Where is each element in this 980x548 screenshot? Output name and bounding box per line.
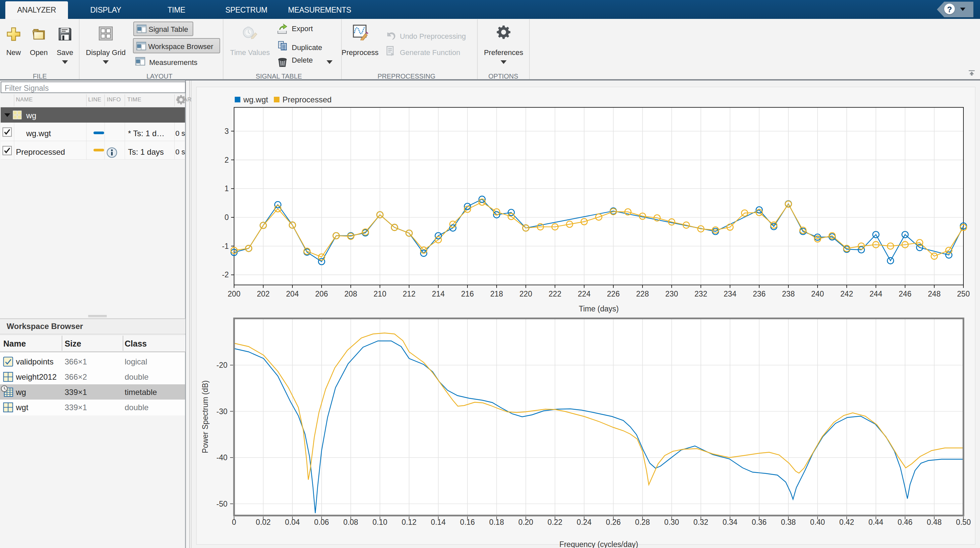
svg-text:0.44: 0.44 <box>869 518 883 526</box>
svg-text:0.26: 0.26 <box>606 518 621 526</box>
svg-text:0.48: 0.48 <box>927 518 942 526</box>
svg-text:200: 200 <box>228 289 240 298</box>
svg-text:0.32: 0.32 <box>694 518 708 526</box>
svg-text:wg.wgt: wg.wgt <box>243 95 268 104</box>
svg-text:0.46: 0.46 <box>898 518 913 526</box>
svg-text:238: 238 <box>782 289 795 298</box>
svg-text:0: 0 <box>232 518 236 526</box>
svg-text:220: 220 <box>520 289 532 298</box>
svg-text:0.42: 0.42 <box>840 518 854 526</box>
svg-text:-30: -30 <box>216 407 228 416</box>
svg-text:0.38: 0.38 <box>781 518 796 526</box>
svg-text:208: 208 <box>344 289 357 298</box>
svg-text:226: 226 <box>607 289 620 298</box>
svg-text:218: 218 <box>490 289 503 298</box>
svg-text:0.18: 0.18 <box>489 518 504 526</box>
svg-text:0.22: 0.22 <box>548 518 563 526</box>
svg-text:212: 212 <box>403 289 415 298</box>
svg-text:236: 236 <box>753 289 765 298</box>
svg-text:0.40: 0.40 <box>810 518 825 526</box>
svg-text:Frequency (cycles/day): Frequency (cycles/day) <box>559 540 638 548</box>
svg-text:224: 224 <box>578 289 591 298</box>
svg-text:230: 230 <box>665 289 678 298</box>
svg-text:242: 242 <box>840 289 853 298</box>
svg-text:0.06: 0.06 <box>314 518 329 526</box>
svg-text:-50: -50 <box>216 500 228 508</box>
svg-text:0.36: 0.36 <box>752 518 767 526</box>
svg-text:-40: -40 <box>216 453 228 462</box>
svg-text:216: 216 <box>461 289 474 298</box>
svg-text:0.14: 0.14 <box>431 518 446 526</box>
svg-text:-1: -1 <box>222 242 229 251</box>
svg-text:0: 0 <box>224 213 229 222</box>
svg-text:0.02: 0.02 <box>256 518 271 526</box>
svg-text:204: 204 <box>286 289 299 298</box>
svg-text:0.10: 0.10 <box>373 518 388 526</box>
svg-text:246: 246 <box>899 289 912 298</box>
svg-text:0.04: 0.04 <box>285 518 300 526</box>
svg-text:240: 240 <box>811 289 824 298</box>
svg-text:232: 232 <box>695 289 707 298</box>
svg-text:214: 214 <box>432 289 445 298</box>
svg-text:228: 228 <box>636 289 649 298</box>
svg-text:244: 244 <box>870 289 883 298</box>
svg-text:-20: -20 <box>216 361 228 369</box>
svg-text:0.50: 0.50 <box>956 518 971 526</box>
svg-text:Preprocessed: Preprocessed <box>282 95 331 104</box>
svg-text:210: 210 <box>374 289 386 298</box>
svg-text:1: 1 <box>224 184 229 193</box>
svg-text:0.20: 0.20 <box>519 518 533 526</box>
svg-text:Time (days): Time (days) <box>579 305 619 313</box>
svg-text:248: 248 <box>928 289 940 298</box>
svg-text:202: 202 <box>257 289 269 298</box>
svg-text:222: 222 <box>549 289 561 298</box>
svg-text:250: 250 <box>957 289 970 298</box>
svg-text:0.24: 0.24 <box>577 518 592 526</box>
svg-text:-2: -2 <box>222 270 229 279</box>
svg-text:Power Spectrum (dB): Power Spectrum (dB) <box>201 380 210 453</box>
svg-text:0.34: 0.34 <box>723 518 738 526</box>
svg-text:3: 3 <box>224 127 229 135</box>
svg-text:0.08: 0.08 <box>344 518 358 526</box>
svg-text:0.16: 0.16 <box>460 518 475 526</box>
svg-text:2: 2 <box>224 156 229 164</box>
svg-text:0.30: 0.30 <box>664 518 679 526</box>
svg-text:234: 234 <box>724 289 737 298</box>
svg-text:0.28: 0.28 <box>635 518 650 526</box>
svg-text:206: 206 <box>315 289 328 298</box>
svg-text:0.12: 0.12 <box>402 518 417 526</box>
